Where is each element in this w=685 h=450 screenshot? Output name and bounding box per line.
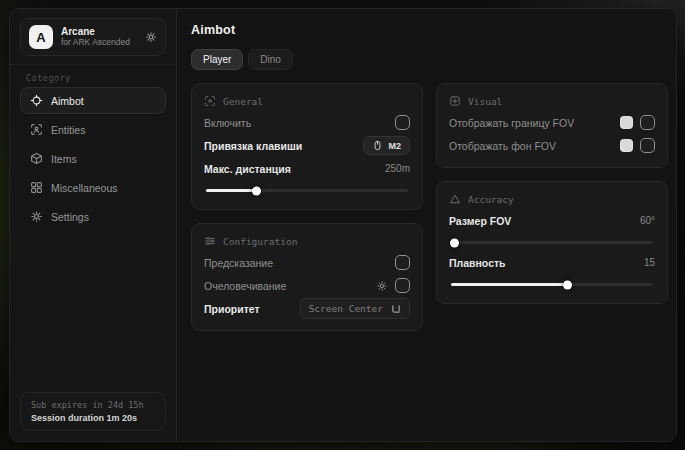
session-duration-text: Session duration 1m 20s [31, 413, 155, 423]
fov-border-checkbox[interactable] [640, 115, 655, 130]
page-title: Aimbot [191, 23, 676, 37]
priority-label: Приоритет [204, 303, 260, 315]
keybind-button[interactable]: M2 [363, 136, 410, 155]
right-column: Visual Отображать границу FOV Отображать… [436, 83, 668, 331]
gear-icon [30, 210, 43, 223]
sidebar: A Arcane for ARK Ascended Category [10, 9, 177, 441]
cheat-window: A Arcane for ARK Ascended Category [9, 8, 677, 442]
sidebar-item-label: Settings [51, 211, 89, 223]
general-card: General Включить Привязка клавиши [191, 83, 423, 210]
accuracy-card: Accuracy Размер FOV 60° Плавность [436, 181, 668, 304]
general-card-header: General [204, 95, 410, 107]
smoothness-row: Плавность 15 [449, 251, 655, 274]
tab-bar: Player Dino [191, 49, 676, 70]
smoothness-label: Плавность [449, 257, 506, 269]
prediction-checkbox[interactable] [395, 255, 410, 270]
max-distance-row: Макс. дистанция 250m [204, 157, 410, 180]
enable-checkbox[interactable] [395, 115, 410, 130]
sidebar-item-entities[interactable]: Entities [20, 116, 166, 143]
fov-border-row: Отображать границу FOV [449, 111, 655, 134]
brand-card: A Arcane for ARK Ascended [20, 18, 166, 56]
prediction-label: Предсказание [204, 257, 273, 269]
keybind-row: Привязка клавиши M2 [204, 134, 410, 157]
visual-card-header: Visual [449, 95, 655, 107]
category-label: Category [26, 73, 176, 83]
cards-grid: General Включить Привязка клавиши [191, 83, 676, 331]
brand-logo: A [29, 25, 53, 49]
sidebar-item-label: Items [51, 153, 77, 165]
smoothness-slider[interactable] [451, 283, 653, 286]
visual-card-title: Visual [468, 96, 502, 107]
accuracy-card-header: Accuracy [449, 193, 655, 205]
fov-background-row: Отображать фон FOV [449, 134, 655, 157]
general-card-title: General [223, 96, 263, 107]
fov-border-label: Отображать границу FOV [449, 117, 574, 129]
slider-thumb[interactable] [450, 238, 459, 247]
slider-fill [451, 241, 455, 244]
keybind-label: Привязка клавиши [204, 140, 302, 152]
sidebar-item-label: Miscellaneous [51, 182, 118, 194]
sub-expires-text: Sub expires in 24d 15h [31, 400, 155, 410]
triangle-icon [449, 193, 461, 205]
configuration-card-header: Configuration [204, 235, 410, 247]
game-background: A Arcane for ARK Ascended Category [0, 0, 685, 450]
dropdown-icon [391, 304, 401, 314]
scan-target-icon [204, 95, 216, 107]
slider-thumb[interactable] [252, 186, 261, 195]
priority-row: Приоритет Screen Center [204, 297, 410, 320]
sidebar-item-items[interactable]: Items [20, 145, 166, 172]
enable-row: Включить [204, 111, 410, 134]
configuration-card-title: Configuration [223, 236, 297, 247]
main-panel: Aimbot Player Dino [177, 9, 676, 441]
fov-size-label: Размер FOV [449, 215, 511, 227]
humanize-settings-gear-icon[interactable] [376, 280, 388, 292]
priority-value: Screen Center [309, 303, 383, 314]
fov-size-row: Размер FOV 60° [449, 209, 655, 232]
max-distance-label: Макс. дистанция [204, 163, 291, 175]
frame-plus-icon [449, 95, 461, 107]
mouse-icon [372, 140, 383, 151]
sidebar-item-miscellaneous[interactable]: Miscellaneous [20, 174, 166, 201]
sidebar-nav: Aimbot Entities [10, 87, 176, 230]
sidebar-item-label: Aimbot [51, 95, 84, 107]
tab-player[interactable]: Player [191, 49, 243, 70]
humanize-label: Очеловечивание [204, 280, 286, 292]
sidebar-item-settings[interactable]: Settings [20, 203, 166, 230]
max-distance-slider[interactable] [206, 189, 408, 192]
priority-dropdown[interactable]: Screen Center [300, 298, 410, 319]
tab-dino[interactable]: Dino [248, 49, 293, 70]
crosshair-icon [30, 94, 43, 107]
sidebar-item-aimbot[interactable]: Aimbot [20, 87, 166, 114]
smoothness-value: 15 [644, 257, 655, 268]
brand-text: Arcane for ARK Ascended [61, 26, 137, 48]
humanize-checkbox[interactable] [395, 278, 410, 293]
accuracy-card-title: Accuracy [468, 194, 514, 205]
sidebar-divider [10, 64, 176, 65]
box-icon [30, 152, 43, 165]
enable-label: Включить [204, 117, 251, 129]
scan-person-icon [30, 123, 43, 136]
fov-background-color-swatch[interactable] [620, 139, 633, 152]
fov-size-slider[interactable] [451, 241, 653, 244]
subscription-status: Sub expires in 24d 15h Session duration … [20, 392, 166, 431]
visual-card: Visual Отображать границу FOV Отображать… [436, 83, 668, 168]
fov-border-color-swatch[interactable] [620, 116, 633, 129]
humanize-row: Очеловечивание [204, 274, 410, 297]
brand-title: Arcane [61, 26, 137, 38]
fov-background-label: Отображать фон FOV [449, 140, 556, 152]
slider-fill [451, 283, 568, 286]
keybind-value: M2 [388, 141, 401, 151]
max-distance-value: 250m [385, 163, 410, 174]
fov-background-checkbox[interactable] [640, 138, 655, 153]
brand-subtitle: for ARK Ascended [61, 38, 137, 48]
sliders-icon [204, 235, 216, 247]
left-column: General Включить Привязка клавиши [191, 83, 423, 331]
slider-fill [206, 189, 257, 192]
gear-icon[interactable] [145, 31, 157, 43]
slider-thumb[interactable] [563, 280, 572, 289]
grid-icon [30, 181, 43, 194]
configuration-card: Configuration Предсказание Очеловечивани… [191, 223, 423, 331]
sidebar-item-label: Entities [51, 124, 85, 136]
fov-size-value: 60° [640, 215, 655, 226]
prediction-row: Предсказание [204, 251, 410, 274]
